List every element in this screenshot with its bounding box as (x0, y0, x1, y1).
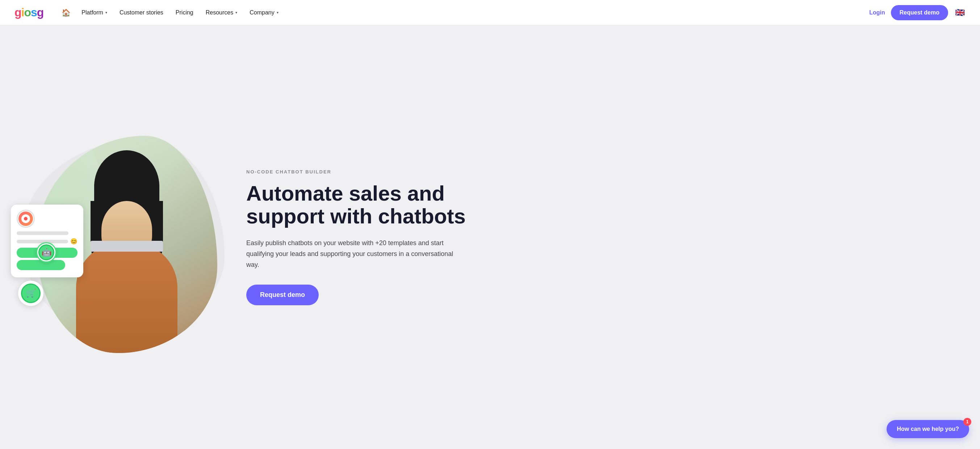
green-circle-2: 🛒 (21, 283, 41, 303)
shopping-cart-icon: 🛒 (26, 288, 36, 298)
company-chevron-icon: ▾ (277, 11, 278, 14)
platform-chevron-icon: ▾ (105, 11, 107, 14)
chat-widget: How can we help you? 1 (886, 420, 969, 438)
logo-letter-s: s (31, 6, 37, 19)
logo[interactable]: giosg (14, 6, 43, 19)
nav-customer-stories[interactable]: Customer stories (115, 6, 169, 19)
laptop (91, 241, 163, 252)
chat-card-float: 😊 (11, 205, 83, 277)
hero-subtitle: Easily publish chatbots on your website … (246, 238, 456, 270)
hero-title-line2: support with chatbots (246, 204, 466, 228)
woman-torso (76, 244, 177, 353)
nav-company-label: Company (250, 10, 274, 16)
nav-company[interactable]: Company ▾ (245, 6, 283, 19)
robot-face-icon: 🤖 (41, 248, 51, 257)
nav-pricing[interactable]: Pricing (170, 6, 199, 19)
chat-button-2 (17, 260, 65, 270)
chat-widget-badge: 1 (963, 418, 971, 426)
nav-customer-stories-label: Customer stories (119, 10, 163, 16)
emoji-icon: 😊 (70, 238, 78, 245)
green-circle-1: 🤖 (38, 244, 54, 260)
flag-emoji: 🇬🇧 (955, 8, 965, 18)
resources-chevron-icon: ▾ (235, 11, 237, 14)
chat-widget-button[interactable]: How can we help you? 1 (886, 420, 969, 438)
hero-title-line1: Automate sales and (246, 182, 445, 205)
logo-letter-o: o (24, 6, 31, 19)
hero-section: 😊 🤖 🛒 NO-CODE CHATBOT BUILDER Automate s… (0, 25, 980, 449)
avatar-dot-inner (23, 216, 28, 221)
chat-avatar (17, 210, 35, 228)
hero-content: NO-CODE CHATBOT BUILDER Automate sales a… (246, 169, 493, 306)
nav-resources[interactable]: Resources ▾ (200, 6, 242, 19)
nav-resources-label: Resources (206, 10, 233, 16)
avatar-inner (19, 212, 33, 226)
chat-widget-label: How can we help you? (897, 426, 959, 432)
hero-eyebrow: NO-CODE CHATBOT BUILDER (246, 169, 493, 175)
nav-request-demo-button[interactable]: Request demo (891, 5, 948, 20)
home-icon[interactable]: 🏠 (58, 5, 74, 20)
logo-letter-g1: g (14, 6, 21, 19)
nav-pricing-label: Pricing (176, 10, 193, 16)
avatar-dot (21, 214, 30, 223)
language-selector[interactable]: 🇬🇧 (954, 7, 966, 19)
nav-links: 🏠 Platform ▾ Customer stories Pricing Re… (58, 5, 869, 20)
login-link[interactable]: Login (869, 10, 885, 16)
logo-letter-g2: g (37, 6, 44, 19)
bot-icon-1: 🤖 (36, 242, 57, 263)
hero-title: Automate sales and support with chatbots (246, 182, 493, 228)
hero-request-demo-button[interactable]: Request demo (246, 285, 319, 305)
cart-icon-float: 🛒 (18, 281, 43, 306)
hero-image-area: 😊 🤖 🛒 (14, 132, 224, 342)
nav-platform-label: Platform (81, 10, 103, 16)
navbar: giosg 🏠 Platform ▾ Customer stories Pric… (0, 0, 980, 25)
chat-line-1 (17, 231, 68, 235)
nav-right: Login Request demo 🇬🇧 (869, 5, 966, 20)
nav-platform[interactable]: Platform ▾ (76, 6, 112, 19)
